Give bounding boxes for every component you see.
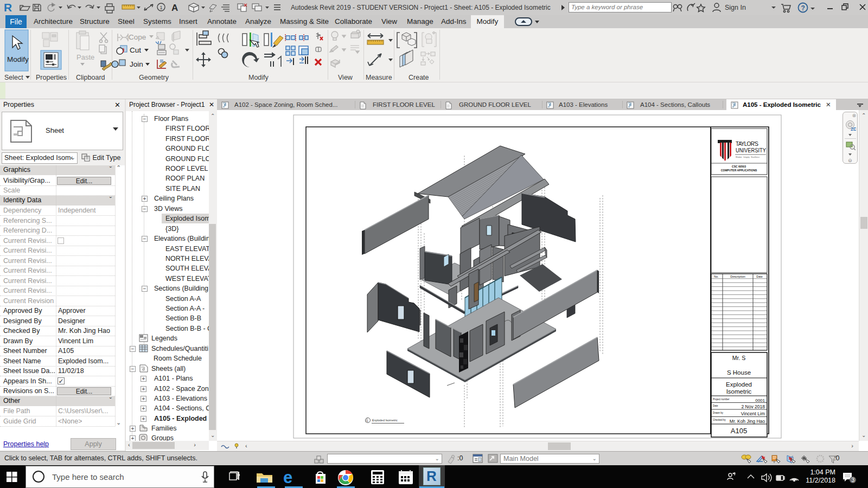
svg-text:Measure: Measure bbox=[366, 74, 392, 81]
svg-text:e: e bbox=[283, 468, 292, 486]
svg-text:Modify: Modify bbox=[248, 74, 269, 81]
svg-text:A105: A105 bbox=[731, 427, 747, 435]
svg-text:Select: Select bbox=[4, 74, 23, 81]
svg-text:2 Nov 2018: 2 Nov 2018 bbox=[742, 404, 765, 409]
svg-text:2D: 2D bbox=[851, 126, 856, 132]
svg-text:Sign In: Sign In bbox=[725, 4, 746, 11]
svg-text:CSC 60503: CSC 60503 bbox=[732, 165, 746, 168]
svg-text:Join: Join bbox=[130, 60, 143, 68]
svg-text:Create: Create bbox=[409, 74, 429, 81]
svg-text:Mr. Koh Jing Hao: Mr. Koh Jing Hao bbox=[730, 419, 765, 424]
svg-text:0001: 0001 bbox=[755, 398, 765, 403]
svg-text:Wisdom · Integrity · Excellenc: Wisdom · Integrity · Excellence bbox=[736, 156, 760, 158]
svg-text:Properties: Properties bbox=[36, 74, 67, 81]
svg-text:Date: Date bbox=[713, 404, 718, 407]
svg-text:COMPUTER APPLICATIONS: COMPUTER APPLICATIONS bbox=[721, 169, 757, 172]
svg-text:Description: Description bbox=[730, 275, 745, 278]
svg-text:Paste: Paste bbox=[76, 53, 94, 61]
svg-text:Mr. S: Mr. S bbox=[732, 355, 746, 361]
svg-text:View: View bbox=[338, 74, 353, 81]
svg-text:1: 1 bbox=[160, 5, 163, 10]
svg-text:Project number: Project number bbox=[713, 398, 730, 401]
svg-text:Cope: Cope bbox=[129, 33, 146, 41]
svg-text:A: A bbox=[171, 3, 178, 13]
svg-text:No.: No. bbox=[714, 275, 719, 278]
svg-text:3: 3 bbox=[852, 477, 855, 483]
svg-text:Modify: Modify bbox=[7, 55, 29, 63]
svg-text:Exploded: Exploded bbox=[726, 381, 752, 388]
svg-text:TAYLOR'S: TAYLOR'S bbox=[736, 141, 758, 147]
svg-text:Vincent Lim: Vincent Lim bbox=[741, 411, 765, 416]
svg-text:Cut: Cut bbox=[130, 46, 141, 54]
svg-text:R: R bbox=[4, 1, 12, 14]
svg-text:Isometric: Isometric bbox=[726, 388, 752, 395]
svg-text:Geometry: Geometry bbox=[139, 74, 169, 81]
svg-text:Clipboard: Clipboard bbox=[76, 74, 105, 81]
svg-text:Drawn by: Drawn by bbox=[713, 412, 724, 414]
svg-text:UNIVERSITY: UNIVERSITY bbox=[736, 147, 766, 153]
svg-text:Checked by: Checked by bbox=[713, 419, 726, 421]
svg-text:Date: Date bbox=[756, 275, 763, 278]
svg-text:?: ? bbox=[801, 4, 805, 12]
svg-text:1: 1 bbox=[367, 419, 368, 422]
svg-text:S House: S House bbox=[727, 369, 751, 376]
svg-text:Exploded Isometric: Exploded Isometric bbox=[372, 419, 398, 422]
